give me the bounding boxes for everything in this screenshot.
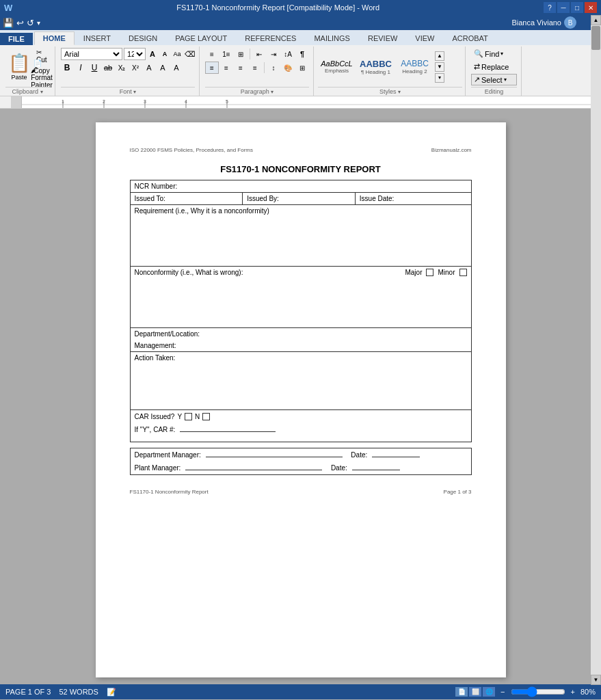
replace-button[interactable]: ⇄ Replace (471, 61, 517, 72)
editing-group: 🔍 Find ▾ ⇄ Replace ↗ Select ▾ Editing (467, 46, 522, 96)
line-spacing-button[interactable]: ↕ (267, 62, 280, 74)
numbering-button[interactable]: 1≡ (219, 48, 233, 60)
styles-group-label: Styles ▾ (318, 87, 462, 96)
proofing-icon: 📝 (107, 688, 116, 697)
user-avatar: B (564, 16, 576, 29)
bullets-button[interactable]: ≡ (205, 48, 219, 60)
italic-button[interactable]: I (75, 62, 87, 74)
style-heading2-preview: AABBC (401, 59, 429, 68)
redo-qat-button[interactable]: ↺ (27, 18, 34, 28)
car-issued-cell: CAR Issued? Y N (130, 410, 471, 424)
header-right: Bizmanualz.com (431, 147, 472, 153)
tab-review[interactable]: REVIEW (359, 31, 406, 45)
document-title: FS1170-1 Nonconformity Report [Compatibi… (12, 3, 544, 12)
superscript-button[interactable]: X² (129, 62, 142, 74)
dept-location-row: Department/Location: (130, 328, 471, 340)
dept-manager-line (206, 457, 343, 457)
tab-insert[interactable]: INSERT (75, 31, 120, 45)
multilevel-button[interactable]: ⊞ (234, 48, 248, 60)
zoom-slider[interactable] (511, 689, 565, 695)
font-grow-button[interactable]: A (147, 49, 158, 59)
paste-button[interactable]: 📋 Paste (5, 50, 33, 84)
show-formatting-button[interactable]: ¶ (295, 48, 309, 60)
ncr-row: NCR Number: (130, 180, 471, 193)
tab-mailings[interactable]: MAILINGS (305, 31, 359, 45)
issued-row: Issued To: Issued By: Issue Date: (130, 193, 471, 205)
customize-qat-button[interactable]: ▾ (37, 19, 40, 27)
bold-button[interactable]: B (61, 62, 73, 74)
tab-design[interactable]: DESIGN (120, 31, 166, 45)
nonconformity-row: Nonconformity (i.e., What is wrong): Maj… (130, 267, 471, 328)
font-shrink-button[interactable]: A (159, 49, 170, 59)
text-effects-button[interactable]: A (170, 62, 183, 74)
title-bar: W FS1170-1 Nonconformity Report [Compati… (0, 0, 601, 15)
header-left: ISO 22000 FSMS Policies, Procedures, and… (130, 147, 254, 153)
management-row: Management: (130, 340, 471, 352)
tab-file[interactable]: FILE (0, 33, 33, 45)
scroll-thumb[interactable] (591, 26, 600, 50)
justify-button[interactable]: ≡ (248, 62, 262, 74)
tab-references[interactable]: REFERENCES (236, 31, 305, 45)
borders-button[interactable]: ⊞ (295, 62, 309, 74)
save-qat-button[interactable]: 💾 (3, 18, 14, 28)
ncr-cell: NCR Number: (130, 180, 471, 193)
align-center-button[interactable]: ≡ (219, 62, 233, 74)
document-area: ISO 22000 FSMS Policies, Procedures, and… (0, 109, 601, 684)
style-heading1[interactable]: AABBC ¶ Heading 1 (357, 57, 395, 77)
scroll-down-button[interactable]: ▼ (591, 675, 601, 685)
web-layout-view[interactable]: 🌐 (483, 687, 495, 697)
align-left-button[interactable]: ≡ (205, 62, 219, 74)
help-button[interactable]: ? (544, 2, 556, 13)
shading-button[interactable]: 🎨 (281, 62, 295, 74)
paragraph-group: ≡ 1≡ ⊞ ⇤ ⇥ ↕A ¶ ≡ ≡ ≡ ≡ ↕ 🎨 ⊞ Paragraph … (201, 46, 314, 96)
style-heading2[interactable]: AABBC Heading 2 (396, 57, 433, 77)
style-emphasis[interactable]: AaBbCcL Emphasis (318, 57, 356, 76)
align-right-button[interactable]: ≡ (234, 62, 248, 74)
change-case-button[interactable]: Aa (172, 49, 183, 59)
issued-to-label: Issued To: (135, 195, 165, 202)
minimize-button[interactable]: ─ (557, 2, 570, 13)
tab-acrobat[interactable]: ACROBAT (443, 31, 496, 45)
select-button[interactable]: ↗ Select ▾ (471, 74, 517, 85)
styles-scroll-down[interactable]: ▼ (435, 62, 444, 72)
tab-view[interactable]: VIEW (406, 31, 443, 45)
styles-more[interactable]: ▾ (435, 73, 444, 83)
nonconformity-cell: Nonconformity (i.e., What is wrong): Maj… (130, 267, 471, 328)
font-family-selector[interactable]: Arial (61, 48, 122, 60)
clear-format-button[interactable]: ⌫ (184, 49, 195, 59)
styles-scroll-up[interactable]: ▲ (435, 51, 444, 61)
action-taken-label: Action Taken: (135, 354, 176, 362)
footer-left: FS1170-1 Nonconformity Report (130, 489, 209, 495)
underline-button[interactable]: U (88, 62, 101, 74)
subscript-button[interactable]: X₂ (116, 62, 128, 74)
decrease-indent-button[interactable]: ⇤ (252, 48, 266, 60)
scroll-up-button[interactable]: ▲ (591, 15, 601, 25)
form-table: NCR Number: Issued To: Issued By: Issue … (130, 180, 472, 475)
select-icon: ↗ (474, 75, 480, 84)
highlight-button[interactable]: A (157, 62, 169, 74)
font-color-button[interactable]: A (143, 62, 155, 74)
format-painter-button[interactable]: 🖌 Format Painter (34, 72, 49, 83)
plant-manager-label: Plant Manager: (135, 464, 181, 472)
restore-button[interactable]: □ (571, 2, 583, 13)
find-label: Find (485, 50, 499, 58)
tab-page-layout[interactable]: PAGE LAYOUT (166, 31, 236, 45)
tab-home[interactable]: HOME (34, 31, 75, 45)
undo-qat-button[interactable]: ↩ (16, 18, 24, 28)
svg-text:1: 1 (62, 99, 64, 104)
style-heading1-preview: AABBC (360, 59, 392, 69)
sort-button[interactable]: ↕A (281, 48, 295, 60)
title-bar-left: W (4, 3, 12, 13)
dept-location-cell: Department/Location: (130, 328, 471, 340)
full-screen-view[interactable]: ⬜ (469, 687, 481, 697)
svg-text:4: 4 (185, 99, 187, 104)
font-size-selector[interactable]: 12 (124, 48, 146, 60)
zoom-in-icon[interactable]: + (571, 688, 575, 696)
strikethrough-button[interactable]: ab (102, 62, 114, 74)
replace-label: Replace (481, 63, 509, 71)
find-button[interactable]: 🔍 Find ▾ (471, 48, 517, 59)
print-layout-view[interactable]: 📄 (455, 687, 468, 697)
increase-indent-button[interactable]: ⇥ (267, 48, 280, 60)
zoom-out-icon[interactable]: − (500, 688, 505, 696)
close-button[interactable]: ✕ (585, 2, 597, 13)
